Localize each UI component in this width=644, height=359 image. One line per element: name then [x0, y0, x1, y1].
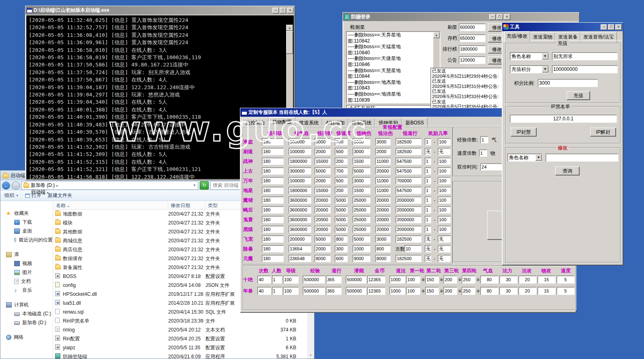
dao-input[interactable]: 547500: [396, 187, 421, 194]
sidebar-item[interactable]: 计算机: [0, 300, 53, 309]
speed-input[interactable]: 800: [335, 235, 348, 243]
input[interactable]: 12365: [367, 276, 385, 284]
open-button[interactable]: 打开: [25, 192, 41, 199]
file-row[interactable]: 防蹦登陆端2020/4/21 6:09应用程序5,381 KB: [53, 352, 307, 359]
speed-input[interactable]: 200: [335, 187, 348, 194]
dao-input[interactable]: 547500: [396, 158, 421, 165]
dao-input[interactable]: 700000: [396, 177, 421, 184]
hp-input[interactable]: 3600000: [289, 206, 311, 214]
recharge-button[interactable]: 充值: [567, 91, 590, 100]
patk-input[interactable]: 25000: [353, 226, 370, 233]
rate-max-input[interactable]: 无: [438, 245, 451, 252]
matk-input[interactable]: 20000: [375, 216, 391, 223]
recharge-points-input[interactable]: 100000000: [552, 65, 618, 73]
scrollbar-thumb[interactable]: [286, 31, 293, 54]
rate-max-input[interactable]: 100: [438, 158, 451, 165]
input[interactable]: 500000: [346, 276, 366, 284]
patk-input[interactable]: 5000: [353, 167, 370, 175]
input[interactable]: 80: [480, 276, 499, 284]
dao-input[interactable]: 2000000: [396, 216, 421, 223]
matk-input[interactable]: 3000: [375, 138, 391, 145]
file-row[interactable]: rinlog2020/5/4 20:12文本文档374 KB: [53, 325, 307, 334]
ip-ban-button[interactable]: IP封禁: [511, 128, 537, 137]
column-date[interactable]: 修改日期: [168, 201, 205, 209]
list-item[interactable]: ----删除boss==:天捷星地: [348, 56, 433, 62]
input[interactable]: 15: [537, 287, 556, 295]
tab[interactable]: 充值/修改: [504, 31, 530, 42]
back-button[interactable]: ←: [2, 182, 10, 190]
level-input[interactable]: 180: [262, 255, 284, 262]
rate-min-input[interactable]: 1: [425, 197, 431, 204]
list-item[interactable]: 图:110840: [348, 50, 433, 56]
ip-input[interactable]: 127.0.0.1: [510, 115, 617, 123]
sidebar-item[interactable]: 最近访问的位置: [0, 235, 53, 244]
speed-input[interactable]: 700: [335, 167, 348, 175]
speed-input[interactable]: 5000: [335, 226, 348, 233]
level-input[interactable]: 180: [262, 226, 284, 233]
matk-input[interactable]: 11000: [375, 158, 391, 165]
hp-input[interactable]: 100000: [289, 148, 311, 155]
input[interactable]: 500000: [346, 287, 366, 295]
boss-detect-list[interactable]: ----删除boss==:天异星地图:110842----删除boss==:天猛…: [346, 31, 441, 103]
hp-input[interactable]: 3600000: [289, 216, 311, 223]
level-input[interactable]: 180: [262, 235, 284, 243]
sidebar-item[interactable]: 网络: [0, 333, 53, 342]
patk-input[interactable]: 25000: [353, 206, 370, 214]
role-name-combo[interactable]: 角色名称▼: [510, 52, 549, 60]
close-icon[interactable]: ×: [615, 24, 622, 30]
list-item[interactable]: ----删除boss==:地杰星地: [348, 79, 433, 85]
minimize-icon[interactable]: –: [272, 8, 279, 13]
level-input[interactable]: 180: [262, 167, 284, 175]
def-input[interactable]: 2000: [315, 177, 331, 184]
def-input[interactable]: 2000: [315, 245, 331, 252]
input[interactable]: 150: [425, 276, 439, 284]
input[interactable]: 5: [556, 287, 575, 295]
sidebar-item[interactable]: 库: [0, 250, 53, 259]
patk-input[interactable]: 1500: [353, 187, 370, 194]
patk-input[interactable]: 3000: [353, 177, 370, 184]
rate-min-input[interactable]: 无: [425, 255, 431, 262]
close-icon[interactable]: ×: [504, 14, 510, 20]
file-row[interactable]: RinIP黑名单2020/3/18 23:39文件0 KB: [53, 316, 307, 325]
sidebar-item[interactable]: 收藏夹: [0, 209, 53, 218]
input[interactable]: 100: [283, 276, 299, 284]
input[interactable]: 100: [406, 287, 420, 295]
rate-max-input[interactable]: 无: [438, 148, 451, 155]
sidebar-item[interactable]: 桌面: [0, 227, 53, 235]
rate-max-input[interactable]: 100: [438, 216, 451, 223]
file-row[interactable]: Rin配置2020/5/4 20:25配置设置1 KB: [53, 334, 307, 343]
matk-input[interactable]: 11000: [375, 177, 391, 184]
input[interactable]: 12365: [367, 287, 385, 295]
dao-input[interactable]: 182500: [396, 148, 421, 155]
input[interactable]: 100: [283, 287, 299, 295]
def-input[interactable]: 5000: [315, 235, 331, 243]
dao-input[interactable]: 182500: [396, 138, 421, 145]
fangbeng-titlebar[interactable]: 易 防蹦登录: [343, 13, 579, 21]
patk-input[interactable]: 25000: [353, 197, 370, 204]
timer-input[interactable]: 650000: [459, 34, 486, 42]
rate-min-input[interactable]: 无: [425, 235, 431, 243]
input[interactable]: 365: [326, 276, 342, 284]
hp-input[interactable]: 300000: [289, 138, 311, 145]
input[interactable]: 500000: [303, 276, 325, 284]
query-button[interactable]: 查询: [555, 167, 580, 175]
input[interactable]: 1000: [389, 276, 405, 284]
list-item[interactable]: ----删除boss==:天猛星地: [348, 44, 433, 50]
rate-max-input[interactable]: 100: [438, 138, 451, 145]
speed-input[interactable]: 300: [335, 245, 348, 252]
hp-input[interactable]: 3600000: [289, 197, 311, 204]
patk-input[interactable]: 1500: [353, 158, 370, 165]
list-item[interactable]: 图:110842: [348, 38, 433, 44]
sent-log-list[interactable]: 已发送2020年5月5日11时29分4秒公告:已发送2020年5月5日11时31…: [430, 68, 503, 110]
rate-min-input[interactable]: 无: [425, 245, 431, 252]
ip-unban-button[interactable]: IP解封: [590, 128, 616, 137]
rate-min-input[interactable]: 1: [425, 177, 431, 184]
role-name-combo[interactable]: 角色名称▼: [507, 154, 542, 162]
hp-input[interactable]: 13654: [289, 245, 311, 252]
sidebar-item[interactable]: 文档: [0, 277, 53, 286]
input[interactable]: 500000: [303, 287, 325, 295]
sidebar-item[interactable]: 本地磁盘 (C:): [0, 309, 53, 318]
tab[interactable]: 发送宠物: [530, 32, 555, 42]
timer-input[interactable]: 120000: [459, 56, 486, 64]
rate-min-input[interactable]: 1: [425, 158, 431, 165]
